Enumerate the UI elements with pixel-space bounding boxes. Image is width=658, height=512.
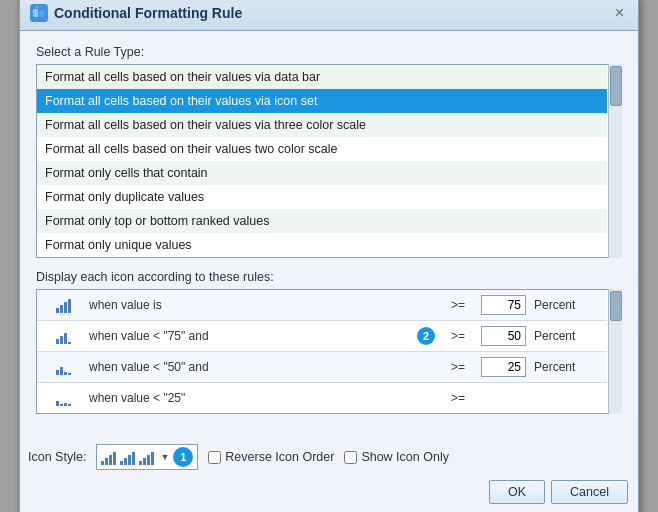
bar-icon-0 — [56, 297, 71, 313]
rule-item-three-color[interactable]: Format all cells based on their values v… — [37, 113, 607, 137]
ok-button[interactable]: OK — [489, 480, 545, 504]
icon-rules-scrollbar[interactable] — [608, 289, 622, 414]
when-text-2: when value < "50" and — [89, 360, 435, 374]
rule-item-contain[interactable]: Format only cells that contain — [37, 161, 607, 185]
dialog-icon — [30, 4, 48, 22]
icon-rules-scrollbar-thumb — [610, 291, 622, 321]
title-bar: Conditional Formatting Rule × — [20, 0, 638, 31]
icon-style-dropdown[interactable]: ▼ 1 — [96, 444, 198, 470]
display-section-label: Display each icon according to these rul… — [36, 270, 622, 284]
rule-list-scrollbar[interactable] — [608, 64, 622, 258]
when-text-3: when value < "25" — [89, 391, 435, 405]
close-button[interactable]: × — [611, 3, 628, 23]
dialog-title: Conditional Formatting Rule — [54, 5, 242, 21]
select-rule-type-label: Select a Rule Type: — [36, 45, 622, 59]
operator-cell-3: >= — [443, 391, 473, 405]
value-cell-2 — [481, 357, 526, 377]
value-cell-0 — [481, 295, 526, 315]
icon-rule-row-3: when value < "25">= — [37, 383, 607, 413]
when-text-1: when value < "75" and — [89, 329, 409, 343]
icon-cell-2 — [45, 359, 81, 375]
dropdown-arrow-icon: ▼ — [160, 452, 169, 462]
reverse-order-label: Reverse Icon Order — [225, 450, 334, 464]
rule-item-duplicate[interactable]: Format only duplicate values — [37, 185, 607, 209]
rule-item-unique[interactable]: Format only unique values — [37, 233, 607, 257]
cancel-button[interactable]: Cancel — [551, 480, 628, 504]
operator-cell-0: >= — [443, 298, 473, 312]
bottom-bar: Icon Style: ▼ 1 — [20, 438, 638, 480]
rule-type-list-wrapper: Format all cells based on their values v… — [36, 64, 622, 258]
badge-1: 1 — [173, 447, 193, 467]
reverse-order-checkbox[interactable] — [208, 451, 221, 464]
when-text-0: when value is — [89, 298, 435, 312]
dialog-body: Select a Rule Type: Format all cells bas… — [20, 31, 638, 438]
show-icon-only-checkbox[interactable] — [344, 451, 357, 464]
badge-1: 2 — [417, 327, 435, 345]
icon-rule-row-0: when value is>=Percent — [37, 290, 607, 321]
icon-cell-0 — [45, 297, 81, 313]
ok-cancel-bar: OK Cancel — [20, 480, 638, 512]
bar-icon-3 — [56, 390, 71, 406]
icon-cell-3 — [45, 390, 81, 406]
icon-rule-row-2: when value < "50" and>=Percent — [37, 352, 607, 383]
reverse-order-checkbox-label[interactable]: Reverse Icon Order — [208, 450, 334, 464]
type-cell-1: Percent — [534, 329, 599, 343]
operator-cell-2: >= — [443, 360, 473, 374]
rule-item-top-bottom[interactable]: Format only top or bottom ranked values — [37, 209, 607, 233]
dropdown-icon-preview3 — [139, 449, 154, 465]
value-cell-1 — [481, 326, 526, 346]
rule-item-icon-set[interactable]: Format all cells based on their values v… — [37, 89, 607, 113]
show-icon-only-label: Show Icon Only — [361, 450, 449, 464]
icon-rule-row-1: when value < "75" and2>=Percent — [37, 321, 607, 352]
icon-rules-table: when value is>=Percentwhen value < "75" … — [36, 289, 622, 414]
dropdown-icon-preview — [101, 449, 116, 465]
conditional-formatting-dialog: Conditional Formatting Rule × Select a R… — [19, 0, 639, 512]
value-input-2[interactable] — [481, 357, 526, 377]
icon-cell-1 — [45, 328, 81, 344]
icon-style-label: Icon Style: — [28, 450, 86, 464]
rule-item-data-bar[interactable]: Format all cells based on their values v… — [37, 65, 607, 89]
show-icon-only-checkbox-label[interactable]: Show Icon Only — [344, 450, 449, 464]
bar-icon-1 — [56, 328, 71, 344]
rule-type-list: Format all cells based on their values v… — [36, 64, 622, 258]
value-input-0[interactable] — [481, 295, 526, 315]
value-input-1[interactable] — [481, 326, 526, 346]
dropdown-icon-preview2 — [120, 449, 135, 465]
type-cell-2: Percent — [534, 360, 599, 374]
type-cell-0: Percent — [534, 298, 599, 312]
svg-rect-1 — [39, 11, 44, 17]
bar-icon-2 — [56, 359, 71, 375]
operator-cell-1: >= — [443, 329, 473, 343]
scrollbar-thumb — [610, 66, 622, 106]
icon-rules-wrapper: when value is>=Percentwhen value < "75" … — [36, 289, 622, 414]
svg-rect-0 — [33, 9, 38, 17]
rule-item-two-color[interactable]: Format all cells based on their values t… — [37, 137, 607, 161]
